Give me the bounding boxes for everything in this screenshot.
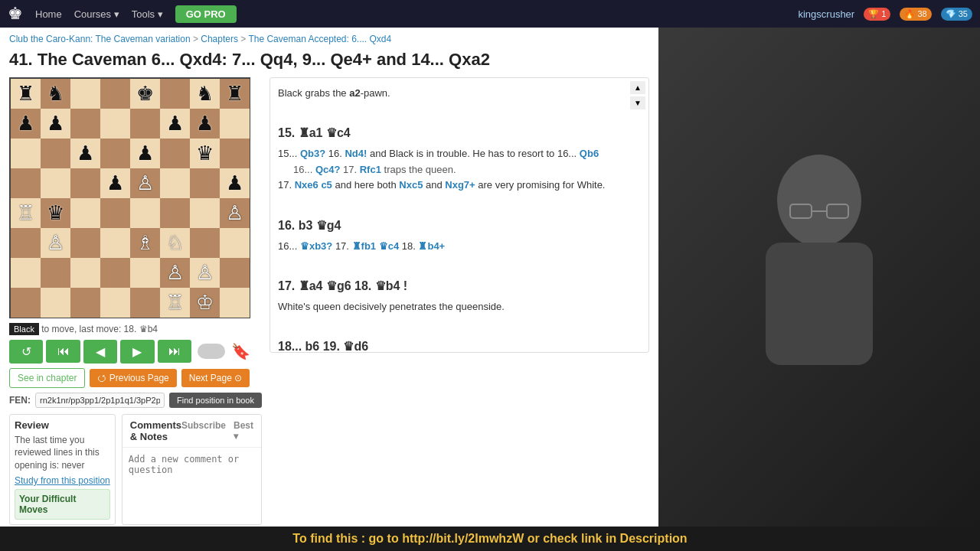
chess-square[interactable] [220,139,250,168]
chess-square[interactable]: ♖ [160,288,190,318]
chess-square[interactable] [220,258,250,288]
chess-square[interactable]: ♛ [41,198,70,228]
chess-square[interactable] [130,109,160,139]
chess-square[interactable]: ♚ [130,79,160,109]
study-from-position-link[interactable]: Study from this position [15,475,110,486]
chess-square[interactable] [70,79,100,109]
move-link-qxb3[interactable]: ♛xb3? [300,240,332,252]
chess-square[interactable]: ♜ [220,79,250,109]
chess-square[interactable]: ♘ [160,228,190,258]
chess-square[interactable] [11,228,41,258]
chess-square[interactable] [41,258,70,288]
scroll-up-button[interactable]: ▲ [630,81,645,94]
chess-square[interactable] [11,258,41,288]
chess-square[interactable] [160,79,190,109]
chess-square[interactable]: ♙ [130,168,160,198]
breadcrumb-link-3[interactable]: The Caveman Accepted: 6.... Qxd4 [248,34,391,44]
go-pro-button[interactable]: GO PRO [175,5,237,23]
move-link-rfc1[interactable]: Rfc1 [360,164,381,175]
find-position-button[interactable]: Find position in book [169,393,262,408]
chess-square[interactable]: ♟ [220,168,250,198]
chess-square[interactable]: ♟ [160,109,190,139]
chess-square[interactable] [100,198,130,228]
breadcrumb-link-1[interactable]: Club the Caro-Kann: The Caveman variatio… [9,34,191,44]
chess-square[interactable]: ♟ [70,139,100,168]
chess-square[interactable] [130,198,160,228]
chess-square[interactable] [100,228,130,258]
end-button[interactable]: ⏭ [158,340,191,363]
chess-square[interactable] [190,168,220,198]
chess-square[interactable]: ♖ [11,198,41,228]
chess-square[interactable] [100,258,130,288]
move-link-rb4[interactable]: ♜b4+ [418,240,445,252]
start-button[interactable]: ⏮ [46,340,80,363]
move-link-nxc5[interactable]: Nxc5 [399,179,423,191]
best-filter[interactable]: Best ▾ [234,420,253,442]
chess-square[interactable] [220,109,250,139]
chess-square[interactable] [190,228,220,258]
chess-square[interactable] [70,109,100,139]
nav-tools[interactable]: Tools ▾ [132,8,163,20]
toggle-switch[interactable] [198,344,225,359]
chess-square[interactable] [190,198,220,228]
chess-square[interactable]: ♗ [130,228,160,258]
chess-square[interactable] [70,288,100,318]
chess-square[interactable] [130,258,160,288]
chess-square[interactable]: ♙ [160,258,190,288]
chess-square[interactable] [11,168,41,198]
next-page-button[interactable]: Next Page ⊙ [181,369,250,387]
chess-square[interactable] [70,168,100,198]
prev-button[interactable]: ◀ [83,340,117,364]
chess-board[interactable]: ♜♞♚♞♜♟♟♟♟♟♟♛♟♙♟♖♛♙♙♗♘♙♙♖♔ [9,77,250,318]
chess-square[interactable]: ♟ [130,139,160,168]
chess-square[interactable]: ♟ [190,109,220,139]
nav-home[interactable]: Home [35,8,62,20]
next-button[interactable]: ▶ [120,340,154,364]
chess-square[interactable]: ♛ [190,139,220,168]
prev-page-button[interactable]: ⭯ Previous Page [90,369,176,387]
flip-board-button[interactable]: ↺ [9,340,43,364]
chess-square[interactable] [160,198,190,228]
chess-square[interactable]: ♟ [100,168,130,198]
chess-square[interactable] [130,288,160,318]
url-link[interactable]: http://bit.ly/2ImwhzW [402,532,524,545]
chess-square[interactable]: ♙ [190,258,220,288]
chess-square[interactable] [100,79,130,109]
chess-square[interactable] [70,228,100,258]
chess-square[interactable]: ♙ [220,198,250,228]
chess-square[interactable] [160,139,190,168]
chess-square[interactable]: ♟ [41,109,70,139]
subscribe-link[interactable]: Subscribe [181,420,226,442]
chess-square[interactable] [11,288,41,318]
see-in-chapter-button[interactable]: See in chapter [9,368,85,388]
chess-square[interactable] [100,288,130,318]
chess-square[interactable] [11,139,41,168]
chess-square[interactable]: ♙ [41,228,70,258]
move-link-rfb1[interactable]: ♜fb1 [352,240,377,252]
move-link-nxg7[interactable]: Nxg7+ [445,179,475,191]
username[interactable]: kingscrusher [798,8,854,20]
chess-square[interactable] [41,168,70,198]
move-link-nxe6[interactable]: Nxe6 c5 [295,179,332,191]
difficult-moves-section[interactable]: Your Difficult Moves [15,489,110,520]
chess-square[interactable] [220,288,250,318]
move-link-qc4[interactable]: Qc4? [315,164,341,175]
chess-square[interactable] [100,109,130,139]
chess-square[interactable] [41,288,70,318]
chess-square[interactable] [220,228,250,258]
move-link-qb3[interactable]: Qb3? [300,148,325,159]
chess-square[interactable] [100,139,130,168]
breadcrumb-link-2[interactable]: Chapters [201,34,238,44]
scroll-down-button[interactable]: ▼ [630,96,645,109]
move-link-qc4-2[interactable]: ♛c4 [379,240,399,252]
chess-square[interactable]: ♜ [11,79,41,109]
chess-square[interactable]: ♞ [190,79,220,109]
bookmark-icon[interactable]: 🔖 [231,342,250,360]
chess-square[interactable]: ♞ [41,79,70,109]
chess-square[interactable] [70,258,100,288]
nav-courses[interactable]: Courses ▾ [74,8,119,20]
chess-square[interactable] [41,139,70,168]
chess-square[interactable] [160,168,190,198]
chess-square[interactable] [70,198,100,228]
fen-input[interactable] [35,393,165,408]
